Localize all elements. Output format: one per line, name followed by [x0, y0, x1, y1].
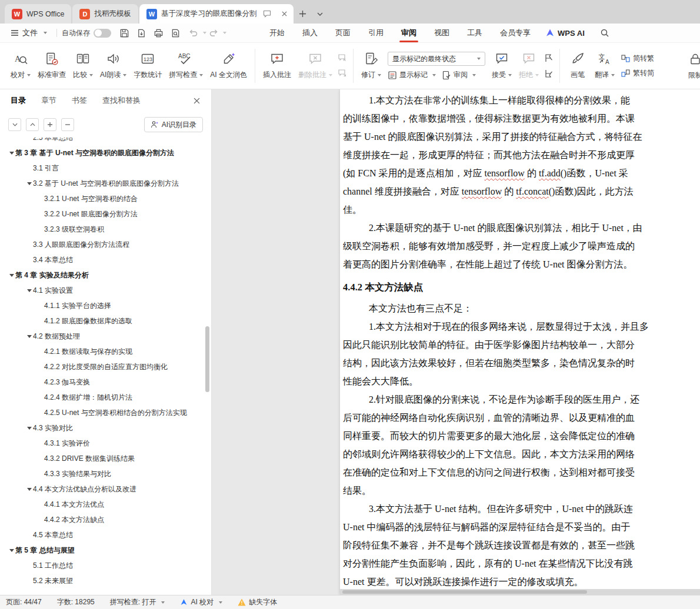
sidebar-tab[interactable]: 书签	[72, 95, 87, 106]
brush-button[interactable]: 画笔	[564, 46, 591, 86]
expand-arrow-icon[interactable]	[8, 274, 15, 277]
print-preview-icon[interactable]	[171, 28, 181, 38]
translate-button[interactable]: 文A 翻译	[591, 46, 618, 86]
simplified-to-traditional-button[interactable]: 简转繁	[621, 53, 654, 63]
print-icon[interactable]	[154, 28, 164, 38]
tab-document[interactable]: W 基于深度学习的眼底图像分割	[139, 4, 294, 24]
tab-close-icon[interactable]	[280, 9, 289, 18]
expand-arrow-icon[interactable]	[25, 289, 33, 292]
menu-tab[interactable]: 引用	[362, 24, 389, 43]
track-changes-button[interactable]: 修订	[358, 46, 385, 86]
previous-change-icon[interactable]	[544, 53, 554, 63]
toc-item[interactable]: 4.3.1 实验评价	[0, 436, 211, 451]
toc-item[interactable]: 4.2.1 数据读取与保存的实现	[0, 344, 211, 359]
expand-arrow-icon[interactable]	[25, 488, 33, 491]
expand-arrow-icon[interactable]	[8, 152, 15, 155]
toc-item[interactable]: 4.2.5 U-net 与空洞卷积相结合的分割方法实现	[0, 405, 211, 420]
toc-item[interactable]: 4.2 数据预处理	[0, 329, 211, 344]
export-pdf-icon[interactable]	[136, 28, 146, 38]
expand-arrow-icon[interactable]	[25, 182, 33, 185]
toc-item[interactable]: 4.1.2 眼底图像数据库的选取	[0, 313, 211, 329]
save-icon[interactable]	[119, 28, 129, 38]
toc-item[interactable]: 第 5 章 总结与展望	[0, 543, 211, 558]
proofread-button[interactable]: A 校对	[7, 46, 34, 86]
document-page[interactable]: 1.本文方法在非常小的训练集上一样能取得很棒的分割效果，能 的训练图像中，依靠数…	[340, 89, 700, 595]
toc-item[interactable]: 4.3.3 实验结果与对比	[0, 466, 211, 481]
toc-item[interactable]: 4.5 本章总结	[0, 527, 211, 543]
toc-item[interactable]: 4.2.4 数据扩增：随机切片法	[0, 390, 211, 405]
toc-item[interactable]: 3.2 基于 U-net 与空洞卷积的眼底图像分割方法	[0, 176, 211, 191]
markup-state-dropdown[interactable]: 显示标记的最终状态	[388, 52, 485, 66]
ai-read-button[interactable]: AI朗读	[96, 46, 130, 86]
menu-tab[interactable]: 插入	[296, 24, 324, 43]
toc-item[interactable]: 4.2.2 对比度受限的自适应直方图均衡化	[0, 359, 211, 374]
expand-arrow-icon[interactable]	[25, 427, 33, 430]
spell-check-button[interactable]: ABC 拼写检查	[165, 46, 206, 86]
ai-recognize-toc-button[interactable]: AI识别目录	[144, 117, 203, 132]
sidebar-tab[interactable]: 查找和替换	[102, 95, 141, 106]
menu-tab[interactable]: 页面	[329, 24, 356, 43]
menu-tab[interactable]: 工具	[461, 24, 488, 43]
toc-item[interactable]: 4.2.3 伽马变换	[0, 374, 211, 390]
missing-font-warning[interactable]: 缺失字体	[238, 597, 277, 607]
expand-all-icon[interactable]	[26, 118, 39, 131]
menu-tab[interactable]: 开始	[264, 24, 291, 43]
toc-item[interactable]: 2.5 本章总结	[0, 138, 211, 145]
collapse-all-icon[interactable]	[8, 118, 21, 131]
toc-item[interactable]: 第 3 章 基于 U-net 与空洞卷积的眼底图像分割方法	[0, 145, 211, 160]
toc-item[interactable]: 3.2.1 U-net 与空洞卷积的结合	[0, 191, 211, 206]
show-markup-button[interactable]: 显示标记	[388, 70, 436, 80]
menu-tab[interactable]: 会员专享	[494, 24, 536, 43]
tab-docer-templates[interactable]: D 找稻壳模板	[72, 4, 138, 24]
tab-comment-icon[interactable]	[263, 10, 271, 18]
toc-item[interactable]: 4.4 本文方法优缺点分析以及改进	[0, 481, 211, 497]
menu-tab[interactable]: 视图	[428, 24, 455, 43]
menu-tab-wps-ai[interactable]: WPS AI	[545, 28, 585, 38]
toc-item[interactable]: 3.3 人眼眼底图像分割方法流程	[0, 237, 211, 252]
close-pane-icon[interactable]	[192, 96, 202, 106]
toc-item[interactable]: 5.1 工作总结	[0, 558, 211, 573]
toc-item[interactable]: 4.1.1 实验平台的选择	[0, 298, 211, 313]
accept-button[interactable]: 接受	[488, 46, 515, 86]
toc-item[interactable]: 3.2.2 U-net 眼底图像分割方法	[0, 206, 211, 222]
next-change-icon[interactable]	[544, 69, 554, 78]
toc-item[interactable]: 第 4 章 实验及结果分析	[0, 267, 211, 283]
restrict-edit-button[interactable]: 限制编辑	[685, 46, 700, 86]
page-indicator[interactable]: 页面: 44/47	[6, 597, 42, 607]
review-button[interactable]: 审阅	[442, 70, 476, 80]
word-count-indicator[interactable]: 字数: 18295	[57, 597, 95, 607]
sidebar-scrollbar[interactable]	[205, 326, 209, 392]
toc-item[interactable]: 4.3 实验对比	[0, 420, 211, 436]
spellcheck-indicator[interactable]: 拼写检查: 打开	[110, 597, 165, 607]
search-icon[interactable]	[600, 28, 609, 38]
compare-button[interactable]: 比较	[69, 46, 96, 86]
zoom-out-icon[interactable]	[61, 118, 74, 131]
expand-arrow-icon[interactable]	[8, 549, 15, 552]
toc-item[interactable]: 3.4 本章总结	[0, 252, 211, 267]
file-menu-button[interactable]: 文件	[6, 28, 52, 38]
sidebar-tab[interactable]: 章节	[41, 95, 56, 106]
toc-item[interactable]: 5.2 未来展望	[0, 573, 211, 588]
expand-arrow-icon[interactable]	[25, 335, 33, 338]
new-tab-button[interactable]	[294, 4, 312, 24]
toc-item[interactable]: 4.4.1 本文方法优点	[0, 497, 211, 512]
horizontal-scrollbar[interactable]	[340, 589, 700, 595]
word-count-button[interactable]: 123 字数统计	[130, 46, 165, 86]
traditional-to-simplified-button[interactable]: 繁转简	[621, 68, 654, 78]
menu-tab[interactable]: 审阅	[395, 24, 422, 43]
toc-item[interactable]: 3.2.3 级联空洞卷积	[0, 222, 211, 237]
ai-proofread-indicator[interactable]: AI 校对	[180, 597, 222, 607]
autosave-toggle[interactable]	[94, 29, 111, 38]
insert-comment-button[interactable]: 插入批注	[259, 46, 295, 86]
sidebar-tab[interactable]: 目录	[11, 95, 26, 106]
toc-item-label: 4.3.2 DRIVE 数据集训练结果	[44, 454, 135, 464]
zoom-in-icon[interactable]	[44, 118, 56, 131]
tab-wps-office[interactable]: W WPS Office	[5, 4, 71, 24]
toc-item[interactable]: 4.3.2 DRIVE 数据集训练结果	[0, 451, 211, 466]
toc-item[interactable]: 3.1 引言	[0, 160, 211, 176]
tab-list-arrow-icon[interactable]	[312, 4, 328, 24]
toc-item[interactable]: 4.4.2 本文方法缺点	[0, 512, 211, 527]
ai-polish-button[interactable]: AI 全文润色	[206, 46, 251, 86]
standard-review-button[interactable]: 标准审查	[34, 46, 69, 86]
toc-item[interactable]: 4.1 实验设置	[0, 283, 211, 298]
